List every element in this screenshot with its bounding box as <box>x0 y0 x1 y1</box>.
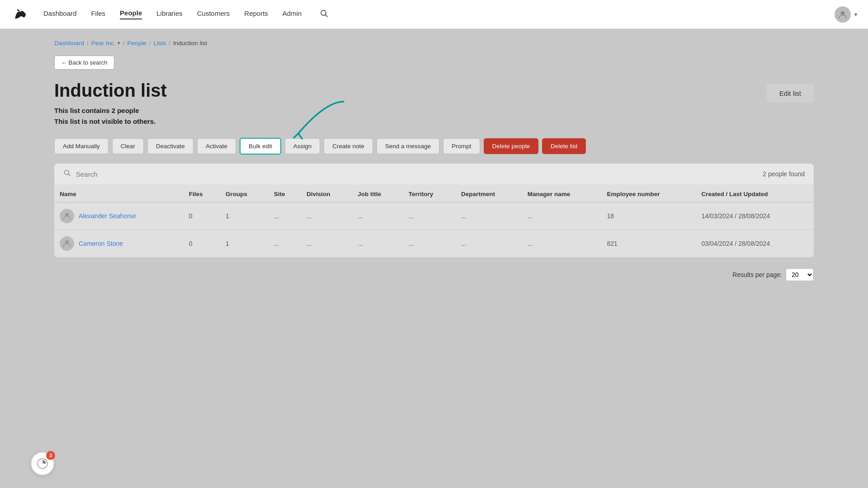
nav-links: Dashboard Files People Libraries Custome… <box>43 9 835 20</box>
main-content: Dashboard / Pear Inc. ▾ / People / Lists… <box>0 29 868 488</box>
pagination-bar: Results per page: 20 50 100 <box>54 268 814 281</box>
breadcrumb: Dashboard / Pear Inc. ▾ / People / Lists… <box>54 40 814 47</box>
action-bar: Add Manually Clear Deactivate Activate B… <box>54 138 814 155</box>
person-name-link[interactable]: Cameron Stone <box>79 240 123 247</box>
topnav-right: ▾ <box>835 6 857 23</box>
nav-files[interactable]: Files <box>91 9 105 19</box>
nav-dashboard[interactable]: Dashboard <box>43 9 76 19</box>
notification-widget[interactable]: 3 <box>31 452 54 475</box>
nav-libraries[interactable]: Libraries <box>156 9 183 19</box>
breadcrumb-org-name[interactable]: Pear Inc. <box>91 40 116 47</box>
table-container: 2 people found Name Files Groups Site Di… <box>54 164 814 258</box>
activate-button[interactable]: Activate <box>197 138 236 154</box>
cell-created-updated: 14/03/2024 / 28/08/2024 <box>696 202 814 230</box>
subtitle-line2: This list is not visible to others. <box>54 116 167 127</box>
col-created-updated: Created / Last Updated <box>696 184 814 202</box>
delete-people-button[interactable]: Delete people <box>484 138 538 154</box>
breadcrumb-sep-3: / <box>149 40 151 47</box>
search-section: 2 people found <box>54 164 814 184</box>
cell-site: ... <box>269 202 301 230</box>
col-groups: Groups <box>220 184 269 202</box>
search-input-wrap <box>63 169 763 179</box>
nav-admin[interactable]: Admin <box>283 9 302 19</box>
cell-groups: 1 <box>220 230 269 258</box>
search-icon[interactable] <box>320 9 329 20</box>
breadcrumb-sep-1: / <box>87 40 89 47</box>
clear-button[interactable]: Clear <box>112 138 144 154</box>
avatar-chevron-icon[interactable]: ▾ <box>854 11 857 18</box>
svg-point-2 <box>841 11 844 15</box>
back-to-search-button[interactable]: ← Back to search <box>54 56 114 70</box>
add-manually-button[interactable]: Add Manually <box>54 138 108 154</box>
person-avatar <box>60 209 74 223</box>
person-avatar <box>60 236 74 251</box>
edit-list-button[interactable]: Edit list <box>767 84 814 103</box>
cell-site: ... <box>269 230 301 258</box>
deactivate-button[interactable]: Deactivate <box>147 138 193 154</box>
cell-created-updated: 03/04/2024 / 28/08/2024 <box>696 230 814 258</box>
page-title-area: Induction list This list contains 2 peop… <box>54 80 167 127</box>
notification-icon[interactable]: 3 <box>31 452 54 475</box>
send-message-button[interactable]: Send a message <box>377 138 439 154</box>
svg-line-1 <box>326 14 328 17</box>
cell-employee-number: 821 <box>601 230 696 258</box>
cell-division: ... <box>301 202 352 230</box>
search-input[interactable] <box>76 170 257 178</box>
person-name-link[interactable]: Alexander Seahorse <box>79 212 136 220</box>
breadcrumb-people[interactable]: People <box>127 40 146 47</box>
cell-employee-number: 18 <box>601 202 696 230</box>
table-header-row: Name Files Groups Site Division Job titl… <box>54 184 814 202</box>
breadcrumb-lists[interactable]: Lists <box>153 40 166 47</box>
people-table: Name Files Groups Site Division Job titl… <box>54 184 814 258</box>
cell-job-title: ... <box>352 202 403 230</box>
table-row: Cameron Stone 0 1 ... ... ... ... ... ..… <box>54 230 814 258</box>
breadcrumb-sep-4: / <box>169 40 170 47</box>
col-department: Department <box>456 184 522 202</box>
results-per-page-label: Results per page: <box>732 271 782 278</box>
col-employee-number: Employee number <box>601 184 696 202</box>
create-note-button[interactable]: Create note <box>324 138 373 154</box>
breadcrumb-sep-2: / <box>123 40 125 47</box>
page-subtitle: This list contains 2 people This list is… <box>54 105 167 127</box>
results-count: 2 people found <box>763 170 805 178</box>
cell-name: Alexander Seahorse <box>54 202 184 230</box>
page-title: Induction list <box>54 80 167 101</box>
avatar[interactable] <box>835 6 851 23</box>
col-site: Site <box>269 184 301 202</box>
assign-button[interactable]: Assign <box>285 138 321 154</box>
page-header: Induction list This list contains 2 peop… <box>54 80 814 127</box>
svg-line-4 <box>68 174 71 176</box>
cell-name: Cameron Stone <box>54 230 184 258</box>
cell-manager-name: ... <box>522 230 602 258</box>
subtitle-line1: This list contains 2 people <box>54 105 167 116</box>
breadcrumb-current: Induction list <box>173 40 207 47</box>
col-division: Division <box>301 184 352 202</box>
col-name: Name <box>54 184 184 202</box>
nav-people[interactable]: People <box>120 9 142 19</box>
breadcrumb-org[interactable]: Pear Inc. ▾ <box>91 40 120 47</box>
col-job-title: Job title <box>352 184 403 202</box>
cell-groups: 1 <box>220 202 269 230</box>
app-logo[interactable] <box>11 5 29 23</box>
cell-territory: ... <box>403 230 456 258</box>
per-page-select[interactable]: 20 50 100 <box>786 268 814 281</box>
cell-job-title: ... <box>352 230 403 258</box>
col-territory: Territory <box>403 184 456 202</box>
search-icon-sm <box>63 169 71 179</box>
notification-count: 3 <box>46 451 55 460</box>
nav-customers[interactable]: Customers <box>197 9 230 19</box>
col-files: Files <box>184 184 220 202</box>
nav-reports[interactable]: Reports <box>244 9 268 19</box>
cell-division: ... <box>301 230 352 258</box>
cell-territory: ... <box>403 202 456 230</box>
cell-files: 0 <box>184 202 220 230</box>
cell-files: 0 <box>184 230 220 258</box>
breadcrumb-org-chevron-icon: ▾ <box>118 40 120 46</box>
delete-list-button[interactable]: Delete list <box>542 138 586 154</box>
breadcrumb-dashboard[interactable]: Dashboard <box>54 40 84 47</box>
cell-department: ... <box>456 202 522 230</box>
col-manager-name: Manager name <box>522 184 602 202</box>
table-row: Alexander Seahorse 0 1 ... ... ... ... .… <box>54 202 814 230</box>
prompt-button[interactable]: Prompt <box>443 138 480 154</box>
bulk-edit-button[interactable]: Bulk edit <box>240 138 281 155</box>
